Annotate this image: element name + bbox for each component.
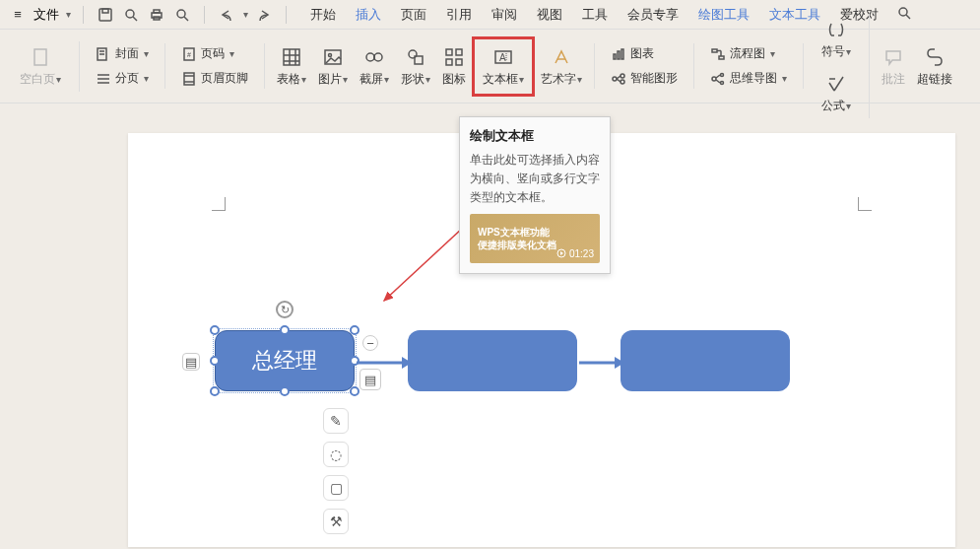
svg-rect-36 [456,49,462,55]
shape-button[interactable]: 形状▾ [395,41,436,92]
tab-start[interactable]: 开始 [302,2,344,28]
svg-point-46 [613,77,617,81]
comment-button[interactable]: 批注 [876,41,911,92]
equation-button[interactable]: 公式▾ [816,68,857,118]
svg-rect-52 [719,56,724,59]
margin-mark [858,197,872,211]
blank-page-icon [29,45,52,69]
wordart-icon [550,45,573,69]
svg-point-30 [366,53,374,61]
layout-options-button[interactable]: ▤ [182,353,200,371]
svg-line-58 [716,75,720,78]
svg-rect-44 [618,51,620,59]
print-icon[interactable] [147,5,166,25]
section-button[interactable]: 分页▾ [92,68,153,89]
svg-marker-65 [402,357,412,369]
svg-marker-67 [615,357,624,369]
section-icon [96,71,111,87]
flowchart-connector[interactable] [577,353,626,373]
menu-icon[interactable]: ≡ [8,5,28,25]
icon-button[interactable]: 图标 [436,41,472,92]
tab-view[interactable]: 视图 [529,2,570,28]
outline-icon-button[interactable]: ▢ [323,475,349,501]
chevron-down-icon: ▾ [66,9,71,20]
edit-icon-button[interactable]: ✎ [323,408,349,434]
rotate-handle[interactable]: ↻ [276,301,294,318]
redo-icon[interactable] [254,5,274,25]
mindmap-icon [710,71,726,87]
resize-handle[interactable] [350,386,359,396]
symbol-button[interactable]: 符号▾ [816,14,857,64]
resize-handle[interactable] [210,386,220,396]
picture-button[interactable]: 图片▾ [312,41,354,92]
page-num-button[interactable]: #页码▾ [177,43,252,64]
chart-button[interactable]: 图表 [607,43,682,64]
resize-handle[interactable] [280,325,290,335]
flowchart-connector[interactable] [355,353,414,373]
table-button[interactable]: 表格▾ [271,41,312,92]
flowchart-shape-2[interactable] [408,330,577,391]
svg-point-48 [621,80,624,84]
svg-point-2 [126,10,134,18]
smartart-button[interactable]: 智能图形 [607,68,682,89]
svg-rect-38 [456,59,462,65]
blank-page-button[interactable]: 空白页▾ [14,41,67,92]
wordart-button[interactable]: 艺术字▾ [535,41,588,92]
smartart-icon [611,71,626,87]
svg-line-59 [716,80,720,83]
svg-point-9 [899,8,907,16]
flowchart-button[interactable]: 流程图▾ [706,43,791,64]
more-icon-button[interactable]: ⚒ [323,509,349,534]
screenshot-button[interactable]: 截屏▾ [354,41,395,92]
tooltip-title: 绘制文本框 [470,127,600,145]
preview-icon[interactable] [172,5,192,25]
search-icon[interactable] [896,5,912,24]
flowchart-shape-3[interactable] [621,330,790,391]
flowchart-icon [710,46,726,62]
svg-rect-45 [621,49,623,59]
tab-insert[interactable]: 插入 [348,2,389,28]
equation-icon [824,72,848,96]
resize-handle[interactable] [210,325,220,335]
tooltip-body: 单击此处可选择插入内容为横向、竖向或多行文字类型的文本框。 [470,151,600,208]
header-footer-button[interactable]: 页眉页脚 [177,68,252,89]
textbox-button[interactable]: A文本框▾ [477,41,530,92]
resize-handle[interactable] [350,325,359,335]
cover-button[interactable]: 封面▾ [92,43,153,64]
blank-page-label: 空白页 [20,72,55,86]
resize-handle[interactable] [210,356,220,366]
file-menu[interactable]: 文件 [33,6,59,24]
comment-icon [882,45,905,69]
tab-page[interactable]: 页面 [393,2,434,28]
mindmap-button[interactable]: 思维导图▾ [706,68,791,89]
svg-point-33 [409,50,417,58]
margin-mark [212,197,226,211]
svg-point-29 [329,53,332,56]
tooltip-thumbnail[interactable]: WPS文本框功能 便捷排版美化文档 01:23 [470,214,600,263]
tab-review[interactable]: 审阅 [484,2,525,28]
svg-rect-5 [154,10,160,13]
tab-member[interactable]: 会员专享 [620,2,686,28]
svg-line-50 [617,79,621,82]
svg-marker-61 [560,251,563,255]
resize-handle[interactable] [280,386,290,396]
screenshot-icon [362,45,386,69]
tab-tool[interactable]: 工具 [574,2,616,28]
shape-text: 总经理 [252,346,317,376]
tab-cite[interactable]: 引用 [438,2,480,28]
tab-draw-tool[interactable]: 绘图工具 [690,2,757,28]
svg-point-56 [721,73,724,76]
svg-text:A: A [499,52,506,63]
remove-button[interactable]: − [362,335,378,351]
svg-rect-0 [99,9,111,21]
flowchart-shape-1[interactable]: 总经理 [215,330,355,391]
svg-point-7 [177,10,185,18]
fill-icon-button[interactable]: ◌ [323,442,349,467]
svg-line-10 [906,15,910,19]
hyperlink-button[interactable]: 超链接 [911,41,958,92]
undo-icon[interactable] [217,5,236,25]
play-time: 01:23 [556,248,594,259]
save-icon[interactable] [96,5,115,25]
shape-icon [404,45,427,69]
print-preview-icon[interactable] [121,5,141,25]
